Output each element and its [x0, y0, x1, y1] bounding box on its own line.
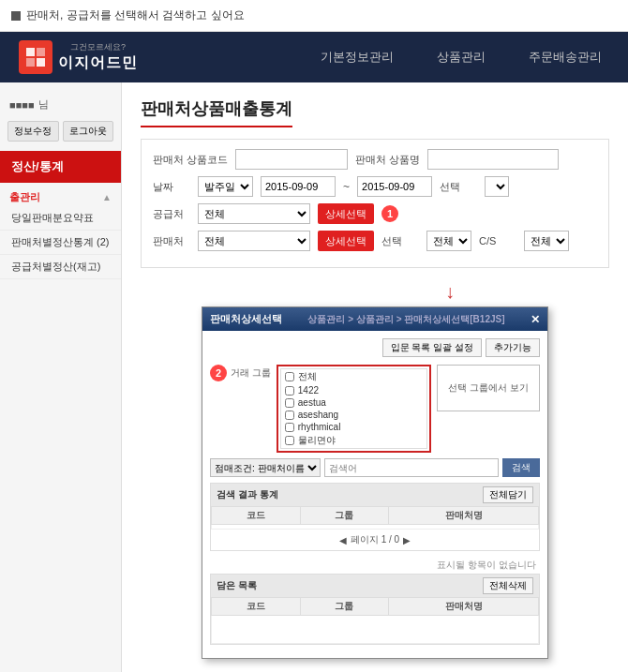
empty-message: [212, 525, 539, 530]
col-group: 그룹: [300, 507, 389, 525]
list-item-all: 전체: [281, 369, 426, 384]
sidebar-item-supplier-settle[interactable]: 공급처별정산(재고): [0, 255, 121, 279]
group-label: 거래 그룹: [231, 365, 271, 380]
form-row-3: 공급처 전체 상세선택 1: [153, 203, 597, 224]
product-name-input[interactable]: [427, 149, 559, 170]
sidebar-item-vendor-stats[interactable]: 판매처별정산통계 (2): [0, 231, 121, 255]
date-from-input[interactable]: [261, 176, 336, 197]
supplier-detail-btn[interactable]: 상세선택: [318, 203, 374, 224]
main-container: 그건모르세요? 이지어드민 기본정보관리 상품관리 주문배송관리 ■■■■ 님 …: [0, 32, 628, 672]
svg-rect-3: [37, 58, 45, 67]
main-content: 판매처상품매출통계 판매처 상품코드 판매처 상품명 날짜 발주일: [122, 82, 628, 672]
popup-toolbar: 입문 목록 일괄 설정 추가기능: [210, 338, 540, 357]
date-to-input[interactable]: [357, 176, 432, 197]
list-item-rhythmical-checkbox[interactable]: [285, 423, 294, 432]
popup-results-top: 검색 결과 통계 전체담기 코드 그룹 판매처명: [210, 483, 540, 551]
form-row-1: 판매처 상품코드 판매처 상품명: [153, 149, 597, 170]
popup-results-bottom-header: 담은 목록 전체삭제: [211, 575, 539, 597]
nav-items: 기본정보관리 상품관리 주문배송관리: [313, 45, 609, 69]
top-nav: 그건모르세요? 이지어드민 기본정보관리 상품관리 주문배송관리: [0, 32, 628, 82]
col-code: 코드: [212, 507, 301, 525]
popup-close-icon[interactable]: ✕: [531, 313, 540, 326]
content-area: ■■■■ 님 정보수정 로그아웃 정산/통계 출관리 ▲ 당일판매분요약표 판매…: [0, 82, 628, 672]
nav-item-basic[interactable]: 기본정보관리: [313, 45, 401, 69]
list-item-aestua: aestua: [281, 396, 426, 409]
popup-titlebar: 판매처상세선택 상품관리 > 상품관리 > 판매처상세선택[B12JS] ✕: [202, 307, 547, 331]
popup-window: 판매처상세선택 상품관리 > 상품관리 > 판매처상세선택[B12JS] ✕ 입…: [202, 306, 548, 659]
popup-list-inner: 전체 1422 aestua: [280, 368, 427, 449]
cs-select[interactable]: 전체: [524, 231, 569, 251]
product-name-label: 판매처 상품명: [355, 153, 420, 167]
popup-search-select[interactable]: 점매조건: 판매처이름: [210, 458, 321, 477]
popup-notice: 표시될 항목이 없습니다: [210, 557, 540, 574]
supplier-label: 공급처: [153, 207, 190, 221]
vendor-sub-select[interactable]: 전체: [426, 231, 471, 251]
popup-order-btn[interactable]: 입문 목록 일괄 설정: [382, 338, 482, 357]
popup-pagination: ◀ 페이지 1 / 0 ▶: [211, 530, 539, 550]
profile-button[interactable]: 정보수정: [7, 121, 59, 142]
date-range-select[interactable]: [485, 176, 509, 197]
section-arrow-icon: ▲: [102, 192, 112, 202]
list-item-1422-checkbox[interactable]: [285, 386, 294, 396]
list-item-aseshang: aseshang: [281, 409, 426, 421]
col-code-2: 코드: [212, 598, 301, 616]
popup-title: 판매처상세선택: [210, 312, 282, 326]
list-item-rhythmical: rhythmical: [281, 421, 426, 433]
sidebar: ■■■■ 님 정보수정 로그아웃 정산/통계 출관리 ▲ 당일판매분요약표 판매…: [0, 82, 122, 672]
popup-results-bottom-table: 코드 그룹 판매처명: [211, 597, 539, 644]
popup-search-input[interactable]: [324, 458, 499, 477]
sidebar-user: ■■■■ 님: [0, 92, 121, 117]
date-label: 날짜: [153, 180, 190, 194]
supplier-select[interactable]: 전체: [198, 203, 310, 224]
popup-results-bottom: 담은 목록 전체삭제 코드 그룹 판매처명: [210, 574, 540, 645]
sidebar-section-title: 출관리 ▲: [0, 183, 121, 206]
page-title: 판매처상품매출통계: [141, 97, 292, 127]
sidebar-item-daily[interactable]: 당일판매분요약표: [0, 206, 121, 231]
product-code-label: 판매처 상품코드: [153, 153, 228, 167]
list-item-all-checkbox[interactable]: [285, 372, 294, 381]
pagination-next[interactable]: ▶: [403, 535, 411, 545]
date-tilde: ~: [343, 180, 350, 193]
list-item-aseshang-checkbox[interactable]: [285, 411, 294, 420]
instruction-bar: 판매처, 공급처를 선택해서 검색하고 싶어요: [0, 0, 628, 32]
sidebar-buttons: 정보수정 로그아웃: [0, 117, 121, 145]
list-item-last: 물리면야: [281, 433, 426, 448]
selected-label: 선택 그룹에서 보기: [448, 381, 529, 395]
form-row-2: 날짜 발주일 ~ 선택: [153, 176, 597, 197]
logo-area: 그건모르세요? 이지어드민: [19, 40, 138, 74]
square-icon: [11, 11, 21, 21]
empty-row-bottom: [212, 616, 539, 644]
list-item-aestua-checkbox[interactable]: [285, 398, 294, 408]
popup-selected-area: 선택 그룹에서 보기: [437, 365, 540, 411]
logout-button[interactable]: 로그아웃: [63, 121, 114, 142]
popup-list-box: 전체 1422 aestua: [277, 365, 431, 453]
popup-search-btn[interactable]: 검색: [502, 458, 540, 477]
nav-item-product[interactable]: 상품관리: [429, 45, 493, 69]
logo-icon: [19, 40, 52, 74]
popup-add-all-btn[interactable]: 전체담기: [483, 486, 533, 503]
nav-item-order[interactable]: 주문배송관리: [521, 45, 609, 69]
vendor-select[interactable]: 전체: [198, 231, 310, 251]
vendor-select-label2: 선택: [381, 234, 419, 248]
logo-text-container: 그건모르세요? 이지어드민: [58, 41, 138, 73]
popup-search-row: 점매조건: 판매처이름 검색: [210, 458, 540, 477]
cs-label: C/S: [479, 235, 516, 246]
popup-body: 입문 목록 일괄 설정 추가기능 2 거래 그룹: [202, 331, 547, 658]
popup-add-btn[interactable]: 추가기능: [486, 338, 540, 357]
vendor-detail-btn[interactable]: 상세선택: [318, 231, 374, 251]
logo-text: 이지어드민: [58, 54, 138, 70]
product-code-input[interactable]: [235, 149, 348, 170]
pagination-text: 페이지 1 / 0: [351, 533, 399, 546]
arrow-indicator: ↓: [291, 281, 609, 303]
vendor-label: 판매처: [153, 234, 190, 248]
pagination-prev[interactable]: ◀: [339, 535, 347, 545]
popup-results-top-table: 코드 그룹 판매처명: [211, 506, 539, 530]
popup-delete-all-btn[interactable]: 전체삭제: [483, 577, 533, 594]
svg-rect-1: [37, 48, 45, 56]
list-item-1422: 1422: [281, 384, 426, 396]
form-row-4: 판매처 전체 상세선택 선택 전체 C/S 전체: [153, 231, 597, 251]
date-select-label: 선택: [440, 180, 477, 194]
date-type-select[interactable]: 발주일: [198, 176, 253, 197]
list-item-last-checkbox[interactable]: [285, 436, 294, 445]
form-area: 판매처 상품코드 판매처 상품명 날짜 발주일 ~ 선택: [141, 139, 609, 268]
